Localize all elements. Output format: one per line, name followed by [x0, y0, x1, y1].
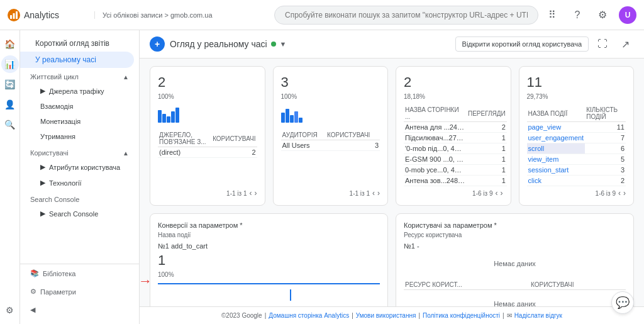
card-users-resource: Користувачі за параметром * Ресурс корис… — [396, 213, 634, 306]
sidebar-item-overview[interactable]: Короткий огляд звітів — [20, 35, 134, 52]
footer-link-privacy[interactable]: Політика конфіденційності — [423, 312, 500, 319]
footer-feedback-link[interactable]: Надіслати відгук — [514, 312, 562, 319]
table-row: page_view 11 — [527, 122, 626, 133]
sidebar-item-search-console[interactable]: ▶ Search Console — [20, 206, 134, 221]
cards-grid-bottom: → Конверсії за параметром * Назва події … — [140, 213, 644, 306]
expand-icon[interactable]: ⛶ — [594, 35, 611, 53]
prev-page-btn[interactable]: ‹ — [618, 189, 621, 198]
sidebar-section-users[interactable]: Користувачі ▲ — [20, 144, 139, 159]
sidebar-section-lifecycle[interactable]: Життєвий цикл ▲ — [20, 68, 139, 83]
sidebar-collapse-btn[interactable]: ◀ — [20, 301, 139, 319]
header-actions: Відкрити короткий огляд користувача ⛶ ↗ — [455, 35, 634, 53]
nav-search-icon[interactable]: 🔍 — [1, 116, 19, 133]
content-inner: 2 100% ДЖЕРЕЛО, ПОВ'ЯЗАНЕ З... КОРИСТУВА… — [140, 59, 644, 306]
help-icon[interactable]: ? — [569, 6, 586, 24]
sidebar-item-library[interactable]: 📚 Бібліотека — [20, 264, 139, 282]
content-area: + Огляд у реальному часі ▼ Відкрити коро… — [140, 30, 644, 324]
breadcrumb: Усі облікові записи > gmob.com.ua — [94, 11, 269, 19]
card-conversions-sparkline — [158, 283, 380, 301]
live-indicator — [271, 42, 276, 47]
card-conversions-wrapper: → Конверсії за параметром * Назва події … — [150, 213, 388, 306]
card-audience-pagination: 1-1 із 1 ‹ › — [281, 189, 380, 198]
next-page-btn[interactable]: › — [501, 189, 503, 198]
card-resource-table: РЕСУРС КОРИСТ... КОРИСТУВАЧІ — [404, 280, 626, 290]
prev-page-btn[interactable]: ‹ — [250, 189, 252, 198]
table-row: session_start 3 — [527, 165, 626, 176]
left-nav: 🏠 📊 🔄 👤 🔍 ⚙ — [0, 30, 20, 324]
card-events: 11 29,73% НАЗВА ПОДІЇ КІЛЬКІСТЬ ПОДІЙ pa… — [519, 66, 635, 206]
card-audience-num: 3 — [281, 74, 380, 91]
share-icon[interactable]: ↗ — [616, 35, 634, 53]
chat-button[interactable]: 💬 — [611, 291, 634, 314]
sidebar-item-retention[interactable]: Утримання — [20, 129, 134, 144]
col-source-label: ДЖЕРЕЛО, ПОВ'ЯЗАНЕ З... — [158, 130, 211, 147]
search-bar[interactable] — [274, 6, 538, 25]
card-pages-percent: 18,18% — [404, 93, 503, 100]
next-page-btn[interactable]: › — [377, 189, 380, 198]
app-logo: Analytics — [8, 9, 89, 21]
card-pages-table: НАЗВА СТОРІНКИ ... ПЕРЕГЛЯДИ Антена для … — [404, 105, 507, 186]
chevron-down-icon[interactable]: ▼ — [280, 40, 287, 48]
sidebar-item-monetization[interactable]: Монетизація — [20, 114, 134, 129]
arrow-indicator: → — [140, 273, 152, 289]
footer-link-terms[interactable]: Умови використання — [356, 312, 416, 319]
table-row: Підсилювач...2741831441 — [404, 133, 507, 143]
card-source-chart — [158, 105, 257, 123]
footer-icon: ✉ — [507, 312, 512, 319]
settings-icon[interactable]: ⚙ — [594, 6, 611, 24]
card-source-percent: 100% — [158, 93, 257, 100]
card-pages-pagination: 1-6 із 9 ‹ › — [404, 189, 503, 198]
next-page-btn[interactable]: › — [623, 189, 626, 198]
open-user-overview-btn[interactable]: Відкрити короткий огляд користувача — [455, 36, 589, 52]
table-row: scroll 6 — [527, 143, 626, 154]
card-resource-no-data2: Немає даних — [404, 293, 626, 306]
table-row: view_item 5 — [527, 154, 626, 165]
sidebar-item-engagement[interactable]: Взаємодія — [20, 99, 134, 114]
sidebar-item-traffic[interactable]: ▶ Джерела трафіку — [20, 83, 134, 99]
card-resource-title: Користувачі за параметром * — [404, 221, 626, 229]
card-audience-chart — [281, 105, 380, 123]
card-source-table: ДЖЕРЕЛО, ПОВ'ЯЗАНЕ З... КОРИСТУВАЧІ (dir… — [158, 130, 257, 158]
col-audience-label: АУДИТОРІЯ — [281, 130, 326, 140]
nav-realtime-icon[interactable]: 📊 — [1, 55, 19, 73]
card-conversions-title: Конверсії за параметром * — [158, 221, 380, 229]
card-conversions-num: 1 — [158, 252, 380, 269]
card-events-percent: 29,73% — [527, 93, 626, 100]
content-header: + Огляд у реальному часі ▼ Відкрити коро… — [140, 30, 644, 59]
card-audience-table: АУДИТОРІЯ КОРИСТУВАЧІ All Users 3 — [281, 130, 380, 151]
nav-lifecycle-icon[interactable]: 🔄 — [1, 75, 19, 93]
card-conversions: Конверсії за параметром * Назва події №1… — [150, 213, 388, 306]
top-bar-icons: ⠿ ? ⚙ U — [543, 6, 636, 24]
nav-users-icon[interactable]: 👤 — [1, 96, 19, 113]
next-page-btn[interactable]: › — [255, 189, 257, 198]
sidebar: Короткий огляд звітів У реальному часі Ж… — [20, 30, 140, 324]
cards-grid-top: 2 100% ДЖЕРЕЛО, ПОВ'ЯЗАНЕ З... КОРИСТУВА… — [140, 59, 644, 213]
settings-gear-icon: ⚙ — [30, 288, 36, 296]
card-audience: 3 100% АУДИТОРІЯ КОРИСТУВАЧІ — [273, 66, 389, 206]
table-row: Антена зов...2482175121 — [404, 176, 507, 186]
nav-admin-icon[interactable]: ⚙ — [1, 301, 19, 319]
collapse-icon: ◀ — [30, 306, 35, 314]
sidebar-item-realtime[interactable]: У реальному часі — [20, 52, 134, 68]
nav-home-icon[interactable]: 🏠 — [1, 35, 19, 53]
grid-icon[interactable]: ⠿ — [543, 6, 561, 24]
svg-rect-0 — [10, 15, 12, 19]
svg-rect-2 — [16, 11, 18, 19]
card-audience-percent: 100% — [281, 93, 380, 100]
sidebar-item-user-attrs[interactable]: ▶ Атрибути користувача — [20, 159, 134, 175]
prev-page-btn[interactable]: ‹ — [496, 189, 498, 198]
top-bar: Analytics Усі облікові записи > gmob.com… — [0, 0, 644, 30]
footer: ©2023 Google | Домашня сторінка Analytic… — [140, 306, 644, 324]
sidebar-item-tech[interactable]: ▶ Технології — [20, 175, 134, 191]
prev-page-btn[interactable]: ‹ — [372, 189, 375, 198]
card-events-pagination: 1-6 із 9 ‹ › — [527, 189, 626, 198]
add-comparison-btn[interactable]: + — [150, 36, 165, 52]
footer-link-home[interactable]: Домашня сторінка Analytics — [269, 312, 349, 319]
sidebar-section-search-console[interactable]: Search Console — [20, 191, 139, 206]
user-avatar[interactable]: U — [619, 6, 636, 24]
sidebar-item-settings[interactable]: ⚙ Параметри — [20, 282, 139, 301]
card-pages-num: 2 — [404, 74, 503, 91]
app-title: Analytics — [24, 10, 59, 20]
search-input[interactable] — [274, 6, 538, 25]
analytics-logo-icon — [8, 9, 20, 21]
